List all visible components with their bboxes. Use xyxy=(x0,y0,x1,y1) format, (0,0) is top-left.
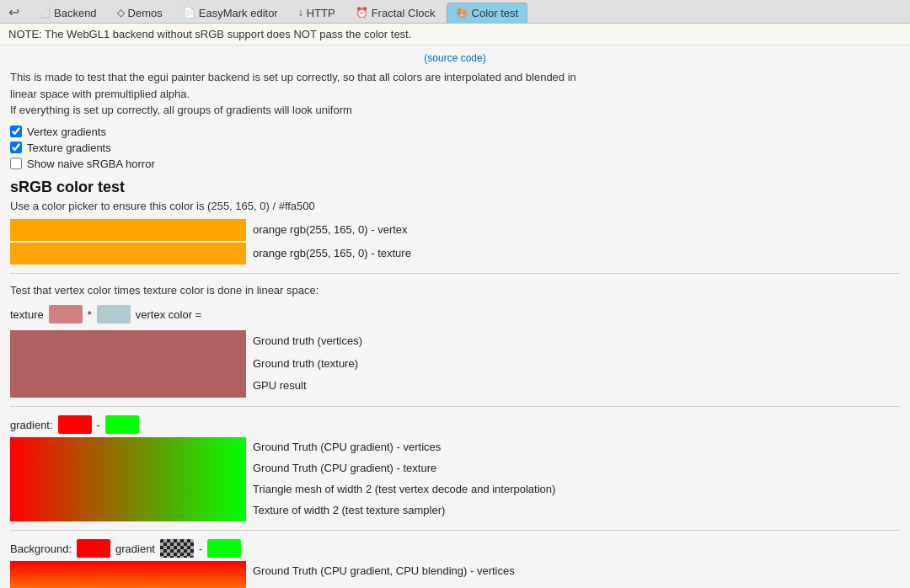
swatch-row-texture: orange rgb(255, 165, 0) - texture xyxy=(10,243,900,265)
bg-gradient-result-swatch xyxy=(10,561,246,588)
tab-bar: ↩ ⬜ Backend ◇ Demos 📄 EasyMark editor ↓ … xyxy=(0,0,910,24)
swatch-row-vertex: orange rgb(255, 165, 0) - vertex xyxy=(10,219,900,241)
vertex-checkbox[interactable] xyxy=(10,126,22,137)
colortest-icon: 🎨 xyxy=(456,7,468,19)
multiply-row: texture * vertex color = xyxy=(10,305,900,323)
naive-checkbox[interactable] xyxy=(10,158,22,169)
backend-icon: ⬜ xyxy=(38,7,51,19)
notice-text: NOTE: The WebGL1 backend without sRGB su… xyxy=(8,28,411,40)
tab-fractal[interactable]: ⏰ Fractal Clock xyxy=(346,3,445,23)
tab-backend-label: Backend xyxy=(54,7,97,19)
tab-http[interactable]: ↓ HTTP xyxy=(289,3,345,23)
bg-gradient-label-text: gradient xyxy=(115,543,155,555)
tab-backend[interactable]: ⬜ Backend xyxy=(29,3,106,23)
gradient-to-swatch xyxy=(105,415,139,434)
gradient-label-3: Texture of width 2 (test texture sampler… xyxy=(253,502,555,520)
checkbox-texture: Texture gradients xyxy=(10,142,900,154)
bg-gradient-result-container: Ground Truth (CPU gradient, CPU blending… xyxy=(10,561,900,588)
swatch-orange-texture xyxy=(10,243,246,265)
tab-easymark-label: EasyMark editor xyxy=(199,7,278,19)
swatch-label-vertex: orange rgb(255, 165, 0) - vertex xyxy=(246,219,408,241)
tab-http-label: HTTP xyxy=(307,7,335,19)
fractal-icon: ⏰ xyxy=(356,7,368,19)
gradient-text: gradient: xyxy=(10,419,53,431)
vertex-label: Vertex gradients xyxy=(27,126,106,138)
multiply-label-2: GPU result xyxy=(253,377,362,395)
bg-to-swatch xyxy=(207,539,241,558)
checkerboard-swatch xyxy=(160,539,194,558)
tab-demos-label: Demos xyxy=(128,7,163,19)
checkbox-vertex: Vertex gradients xyxy=(10,126,900,138)
texture-color-swatch xyxy=(49,305,83,323)
multiply-label-0: Ground truth (vertices) xyxy=(253,333,362,350)
vertex-color-swatch xyxy=(97,305,131,323)
swatch-label-texture: orange rgb(255, 165, 0) - texture xyxy=(246,243,411,265)
tab-colortest[interactable]: 🎨 Color test xyxy=(447,3,528,23)
srgb-subtitle: Use a color picker to ensure this color … xyxy=(10,200,900,212)
easymark-icon: 📄 xyxy=(183,7,195,19)
texture-checkbox[interactable] xyxy=(10,142,22,153)
description: This is made to test that the egui paint… xyxy=(10,69,900,119)
bg-from-swatch xyxy=(77,539,110,558)
gradient-result-labels: Ground Truth (CPU gradient) - vertices G… xyxy=(246,437,555,521)
bg-label-1: Ground Truth (CPU gradient, CPU blending… xyxy=(253,584,515,588)
tab-colortest-label: Color test xyxy=(472,7,519,19)
multiply-result-container: Ground truth (vertices) Ground truth (te… xyxy=(10,330,900,398)
gradient-label-1: Ground Truth (CPU gradient) - texture xyxy=(253,460,555,478)
main-content: (source code) This is made to test that … xyxy=(0,45,910,588)
tab-easymark[interactable]: 📄 EasyMark editor xyxy=(174,3,287,23)
divider-2 xyxy=(10,406,900,407)
multiply-result-labels: Ground truth (vertices) Ground truth (te… xyxy=(246,330,362,398)
gradient-result-swatch xyxy=(10,437,246,521)
http-icon: ↓ xyxy=(298,7,303,19)
gradient-label-0: Ground Truth (CPU gradient) - vertices xyxy=(253,439,555,457)
gradient-from-swatch xyxy=(58,415,92,434)
texture-text: texture xyxy=(10,308,44,321)
bg-label-0: Ground Truth (CPU gradient, CPU blending… xyxy=(253,563,515,580)
bg-gradient-label-row: Background: gradient - xyxy=(10,539,900,558)
naive-label: Show naive sRGBA horror xyxy=(27,158,155,170)
checkbox-naive: Show naive sRGBA horror xyxy=(10,158,900,170)
swatch-orange-vertex xyxy=(10,219,246,241)
notice-bar: NOTE: The WebGL1 backend without sRGB su… xyxy=(0,24,910,45)
multiply-text: Test that vertex color times texture col… xyxy=(10,282,900,299)
gradient-result-container: Ground Truth (CPU gradient) - vertices G… xyxy=(10,437,900,521)
vertex-color-text: vertex color = xyxy=(136,308,201,321)
demos-icon: ◇ xyxy=(117,7,125,19)
gradient-label-row: gradient: - xyxy=(10,415,900,434)
source-link[interactable]: (source code) xyxy=(10,52,900,64)
divider-3 xyxy=(10,530,900,531)
nav-back-button[interactable]: ↩ xyxy=(3,3,24,23)
tab-demos[interactable]: ◇ Demos xyxy=(108,3,172,23)
bg-gradient-dash: - xyxy=(199,543,202,555)
multiply-sign: * xyxy=(88,308,92,321)
background-text: Background: xyxy=(10,543,72,555)
divider-1 xyxy=(10,273,900,274)
srgb-heading: sRGB color test xyxy=(10,179,900,196)
multiply-label-1: Ground truth (texture) xyxy=(253,355,362,373)
multiply-result-swatch xyxy=(10,330,246,398)
gradient-dash: - xyxy=(97,419,100,431)
gradient-label-2: Triangle mesh of width 2 (test vertex de… xyxy=(253,481,555,499)
texture-label: Texture gradients xyxy=(27,142,111,154)
bg-gradient-result-labels: Ground Truth (CPU gradient, CPU blending… xyxy=(246,561,515,588)
tab-fractal-label: Fractal Clock xyxy=(372,7,436,19)
